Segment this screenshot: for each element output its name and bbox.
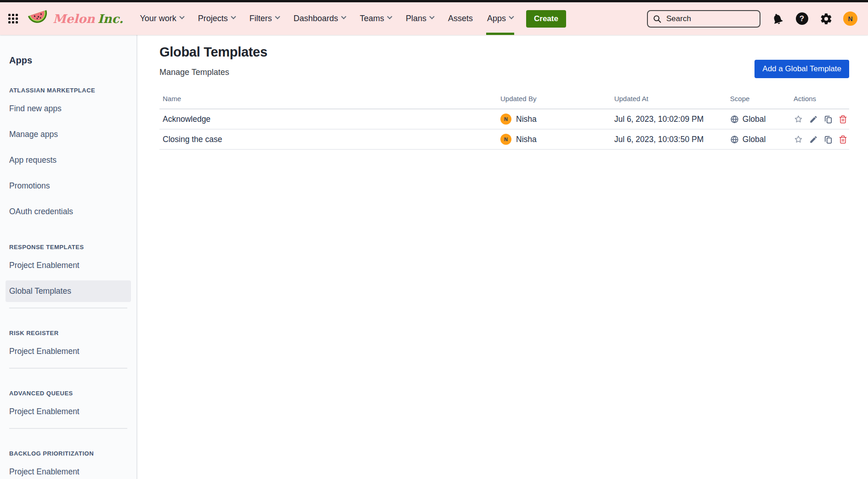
sidebar-divider [9,428,127,429]
nav-projects[interactable]: Projects [197,2,236,35]
search-icon [652,14,662,23]
chevron-down-icon [231,14,236,19]
chevron-down-icon [341,14,346,19]
nav-teams[interactable]: Teams [359,2,392,35]
sidebar-item-project-enablement-backlog[interactable]: Project Enablement [6,461,131,479]
nav-plans[interactable]: Plans [405,2,435,35]
sidebar-section-atlassian-marketplace: ATLASSIAN MARKETPLACE [6,87,131,94]
help-icon [796,12,808,25]
nav-your-work[interactable]: Your work [139,2,184,35]
updated-at: Jul 6, 2023, 10:03:50 PM [611,129,726,149]
updated-by-name: Nisha [516,135,537,144]
chevron-down-icon [387,14,392,19]
trash-icon [839,115,847,124]
sidebar-title: Apps [6,35,131,66]
edit-button[interactable] [809,135,818,144]
sidebar: Apps ATLASSIAN MARKETPLACE Find new apps… [0,35,137,479]
table-row: Acknowledge N Nisha Jul 6, 2023, 10:02:0… [159,109,849,129]
sidebar-item-project-enablement-response[interactable]: Project Enablement [6,255,131,276]
user-avatar[interactable]: N [843,11,857,26]
chevron-down-icon [275,14,280,19]
sidebar-section-backlog-prioritization: BACKLOG PRIORITIZATION [6,450,131,457]
search-input[interactable] [647,10,760,28]
nav-filters[interactable]: Filters [249,2,280,35]
page-subtitle: Manage Templates [159,68,267,77]
nav-apps[interactable]: Apps [486,2,514,35]
column-header-updated-by: Updated By [497,95,611,109]
watermelon-icon [27,8,51,30]
avatar: N [500,134,511,145]
sidebar-item-oauth-credentials[interactable]: OAuth credentials [6,201,131,222]
scope-label: Global [743,135,766,144]
sidebar-item-find-new-apps[interactable]: Find new apps [6,98,131,120]
chevron-down-icon [179,14,184,19]
templates-table: Name Updated By Updated At Scope Actions… [159,95,849,150]
copy-icon [824,135,833,144]
search-box [647,10,760,28]
template-name: Acknowledge [159,109,497,129]
sidebar-item-project-enablement-queues[interactable]: Project Enablement [6,401,131,422]
scope-label: Global [743,114,766,124]
table-header-row: Name Updated By Updated At Scope Actions [159,95,849,109]
gear-icon [820,12,833,25]
page-title: Global Templates [159,45,267,60]
sidebar-section-response-templates: RESPONSE TEMPLATES [6,244,131,251]
globe-icon [730,115,739,124]
sidebar-section-advanced-queues: ADVANCED QUEUES [6,390,131,397]
nav-assets[interactable]: Assets [447,2,474,35]
updated-at: Jul 6, 2023, 10:02:09 PM [611,109,726,129]
delete-button[interactable] [839,115,847,124]
add-global-template-button[interactable]: Add a Global Template [755,60,849,78]
table-row: Closing the case N Nisha Jul 6, 2023, 10… [159,129,849,149]
help-button[interactable] [794,11,809,26]
settings-button[interactable] [819,11,834,26]
avatar: N [500,114,511,125]
create-button[interactable]: Create [526,10,566,28]
template-name: Closing the case [159,129,497,149]
copy-button[interactable] [824,115,833,124]
column-header-updated-at: Updated At [611,95,726,109]
updated-by-name: Nisha [516,114,537,124]
copy-button[interactable] [824,135,833,144]
sidebar-item-promotions[interactable]: Promotions [6,175,131,197]
star-icon [794,135,803,144]
pencil-icon [809,115,818,124]
bell-icon [769,11,785,27]
topbar-right-group: N [647,10,857,28]
column-header-name: Name [159,95,497,109]
sidebar-divider [9,308,127,308]
pencil-icon [809,135,818,144]
nav-dashboards[interactable]: Dashboards [293,2,346,35]
edit-button[interactable] [809,115,818,124]
copy-icon [824,115,833,124]
star-icon [794,114,803,124]
globe-icon [730,135,739,144]
favorite-button[interactable] [794,135,803,144]
main-content: Global Templates Manage Templates Add a … [137,35,868,479]
column-header-scope: Scope [726,95,790,109]
trash-icon [839,135,847,144]
app-switcher-icon[interactable] [8,14,18,23]
sidebar-item-global-templates[interactable]: Global Templates [6,280,131,302]
sidebar-divider [9,368,127,369]
sidebar-item-manage-apps[interactable]: Manage apps [6,124,131,145]
sidebar-item-app-requests[interactable]: App requests [6,149,131,171]
chevron-down-icon [509,14,514,19]
primary-nav: Your work Projects Filters Dashboards Te… [139,2,514,35]
favorite-button[interactable] [794,114,803,124]
sidebar-section-risk-register: RISK REGISTER [6,330,131,336]
brand-name: MelonInc. [53,12,123,26]
column-header-actions: Actions [790,95,849,109]
chevron-down-icon [429,14,434,19]
delete-button[interactable] [839,135,847,144]
brand-logo[interactable]: MelonInc. [29,11,123,27]
sidebar-item-project-enablement-risk[interactable]: Project Enablement [6,341,131,362]
notifications-button[interactable] [770,11,785,26]
top-navigation-bar: MelonInc. Your work Projects Filters Das… [0,2,868,35]
